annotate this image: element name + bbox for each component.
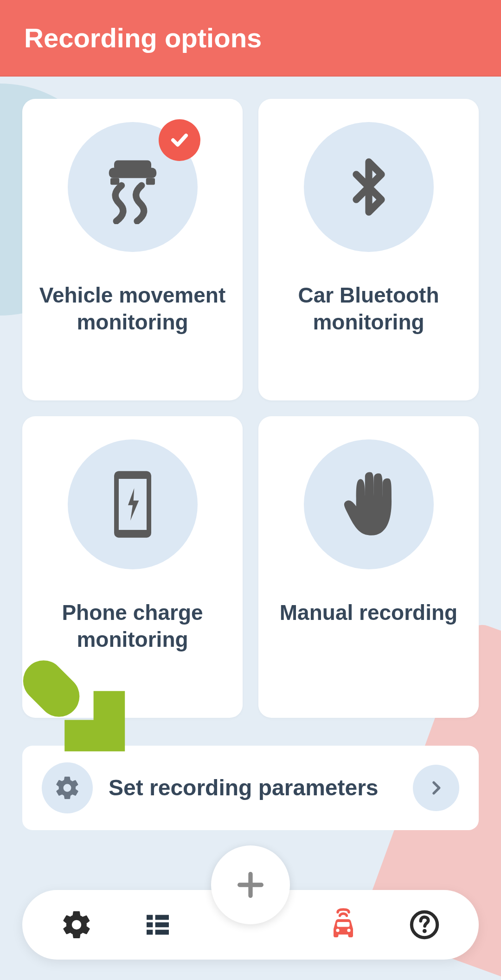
settings-row-label: Set recording parameters (109, 774, 397, 802)
nav-settings[interactable] (49, 909, 104, 941)
svg-rect-2 (110, 178, 119, 185)
skid-car-icon (68, 122, 198, 252)
svg-rect-12 (155, 930, 169, 935)
option-label: Phone charge monitoring (36, 600, 229, 653)
svg-rect-11 (147, 930, 153, 935)
svg-rect-15 (337, 922, 349, 927)
list-icon (143, 910, 173, 940)
hand-icon (304, 439, 434, 569)
chevron-right-icon (413, 765, 459, 811)
selected-check-icon (159, 119, 200, 161)
phone-charge-icon (68, 439, 198, 569)
option-label: Vehicle movement monitoring (36, 282, 229, 335)
svg-rect-10 (155, 922, 169, 928)
nav-list[interactable] (130, 910, 186, 940)
nav-car[interactable] (315, 908, 371, 941)
car-icon (327, 908, 360, 941)
content-area: Vehicle movement monitoring Car Bluetoot… (0, 77, 501, 852)
option-label: Manual recording (280, 600, 457, 626)
option-phone-charge[interactable]: Phone charge monitoring (22, 416, 243, 718)
page-header: Recording options (0, 0, 501, 77)
option-vehicle-movement[interactable]: Vehicle movement monitoring (22, 99, 243, 400)
plus-icon (234, 869, 267, 901)
option-car-bluetooth[interactable]: Car Bluetooth monitoring (258, 99, 479, 400)
nav-help[interactable] (397, 909, 452, 941)
svg-point-13 (336, 928, 339, 932)
svg-rect-9 (147, 922, 153, 928)
set-recording-parameters-row[interactable]: Set recording parameters (22, 746, 479, 830)
help-icon (408, 909, 441, 941)
svg-rect-8 (155, 915, 169, 920)
gear-icon (42, 762, 93, 813)
svg-point-17 (422, 929, 426, 933)
svg-rect-1 (109, 168, 156, 178)
svg-rect-3 (146, 178, 154, 185)
svg-rect-7 (147, 915, 153, 920)
option-label: Car Bluetooth monitoring (272, 282, 465, 335)
gear-icon (60, 909, 93, 941)
svg-point-14 (347, 928, 350, 932)
options-grid: Vehicle movement monitoring Car Bluetoot… (22, 99, 479, 718)
page-title: Recording options (24, 23, 262, 53)
option-manual-recording[interactable]: Manual recording (258, 416, 479, 718)
fab-add-button[interactable] (211, 845, 290, 924)
bluetooth-icon (304, 122, 434, 252)
